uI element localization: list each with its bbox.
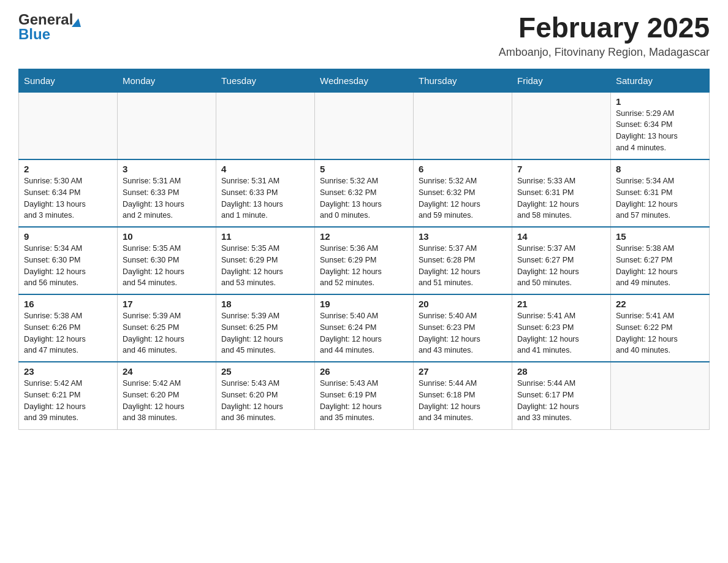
day-info: Sunrise: 5:35 AM Sunset: 6:29 PM Dayligh…: [221, 243, 309, 289]
calendar-cell: 24Sunrise: 5:42 AM Sunset: 6:20 PM Dayli…: [118, 362, 216, 429]
calendar-week-row: 1Sunrise: 5:29 AM Sunset: 6:34 PM Daylig…: [19, 92, 710, 159]
day-info: Sunrise: 5:39 AM Sunset: 6:25 PM Dayligh…: [123, 310, 211, 356]
day-info: Sunrise: 5:44 AM Sunset: 6:17 PM Dayligh…: [517, 378, 605, 424]
day-number: 14: [517, 231, 605, 242]
calendar-cell: 11Sunrise: 5:35 AM Sunset: 6:29 PM Dayli…: [216, 227, 315, 294]
calendar-cell: [216, 92, 315, 159]
day-number: 11: [221, 231, 309, 242]
day-info: Sunrise: 5:34 AM Sunset: 6:31 PM Dayligh…: [616, 175, 704, 221]
calendar-cell: 16Sunrise: 5:38 AM Sunset: 6:26 PM Dayli…: [19, 294, 118, 362]
calendar-cell: 13Sunrise: 5:37 AM Sunset: 6:28 PM Dayli…: [414, 227, 512, 294]
day-info: Sunrise: 5:39 AM Sunset: 6:25 PM Dayligh…: [221, 310, 309, 356]
day-number: 26: [320, 366, 408, 377]
day-info: Sunrise: 5:40 AM Sunset: 6:23 PM Dayligh…: [419, 310, 507, 356]
calendar-cell: 12Sunrise: 5:36 AM Sunset: 6:29 PM Dayli…: [315, 227, 414, 294]
calendar-cell: [315, 92, 414, 159]
logo-triangle-icon: [72, 18, 81, 27]
weekday-header-thursday: Thursday: [414, 69, 512, 92]
day-number: 21: [517, 299, 605, 309]
weekday-header-saturday: Saturday: [611, 69, 710, 92]
day-number: 10: [123, 231, 211, 242]
day-number: 12: [320, 231, 408, 242]
day-info: Sunrise: 5:42 AM Sunset: 6:21 PM Dayligh…: [24, 378, 112, 424]
day-number: 5: [320, 164, 408, 174]
day-info: Sunrise: 5:34 AM Sunset: 6:30 PM Dayligh…: [24, 243, 112, 289]
weekday-header-friday: Friday: [512, 69, 611, 92]
calendar-cell: 10Sunrise: 5:35 AM Sunset: 6:30 PM Dayli…: [118, 227, 216, 294]
calendar-cell: 27Sunrise: 5:44 AM Sunset: 6:18 PM Dayli…: [414, 362, 512, 429]
calendar-week-row: 9Sunrise: 5:34 AM Sunset: 6:30 PM Daylig…: [19, 227, 710, 294]
day-number: 6: [419, 164, 507, 174]
day-number: 15: [616, 231, 704, 242]
calendar-cell: 14Sunrise: 5:37 AM Sunset: 6:27 PM Dayli…: [512, 227, 611, 294]
day-info: Sunrise: 5:32 AM Sunset: 6:32 PM Dayligh…: [320, 175, 408, 221]
day-number: 19: [320, 299, 408, 309]
calendar-cell: 22Sunrise: 5:41 AM Sunset: 6:22 PM Dayli…: [611, 294, 710, 362]
page-header: General Blue February 2025 Amboanjo, Fit…: [18, 12, 710, 59]
day-info: Sunrise: 5:38 AM Sunset: 6:26 PM Dayligh…: [24, 310, 112, 356]
day-info: Sunrise: 5:38 AM Sunset: 6:27 PM Dayligh…: [616, 243, 704, 289]
calendar-cell: [414, 92, 512, 159]
calendar-cell: [19, 92, 118, 159]
weekday-header-monday: Monday: [118, 69, 216, 92]
day-number: 9: [24, 231, 112, 242]
calendar-cell: 17Sunrise: 5:39 AM Sunset: 6:25 PM Dayli…: [118, 294, 216, 362]
calendar-week-row: 23Sunrise: 5:42 AM Sunset: 6:21 PM Dayli…: [19, 362, 710, 429]
logo-blue-text: Blue: [18, 26, 50, 42]
day-number: 7: [517, 164, 605, 174]
day-info: Sunrise: 5:37 AM Sunset: 6:27 PM Dayligh…: [517, 243, 605, 289]
day-number: 16: [24, 299, 112, 309]
calendar-week-row: 16Sunrise: 5:38 AM Sunset: 6:26 PM Dayli…: [19, 294, 710, 362]
calendar-cell: [118, 92, 216, 159]
calendar-cell: 21Sunrise: 5:41 AM Sunset: 6:23 PM Dayli…: [512, 294, 611, 362]
day-info: Sunrise: 5:37 AM Sunset: 6:28 PM Dayligh…: [419, 243, 507, 289]
day-info: Sunrise: 5:40 AM Sunset: 6:24 PM Dayligh…: [320, 310, 408, 356]
day-info: Sunrise: 5:43 AM Sunset: 6:19 PM Dayligh…: [320, 378, 408, 424]
day-number: 20: [419, 299, 507, 309]
calendar-cell: 26Sunrise: 5:43 AM Sunset: 6:19 PM Dayli…: [315, 362, 414, 429]
day-number: 2: [24, 164, 112, 174]
calendar-cell: 6Sunrise: 5:32 AM Sunset: 6:32 PM Daylig…: [414, 159, 512, 227]
day-number: 18: [221, 299, 309, 309]
weekday-header-sunday: Sunday: [19, 69, 118, 92]
logo-general-text: General: [18, 12, 73, 27]
calendar-cell: [512, 92, 611, 159]
calendar-cell: 19Sunrise: 5:40 AM Sunset: 6:24 PM Dayli…: [315, 294, 414, 362]
day-number: 4: [221, 164, 309, 174]
calendar-header: SundayMondayTuesdayWednesdayThursdayFrid…: [19, 69, 710, 92]
day-info: Sunrise: 5:43 AM Sunset: 6:20 PM Dayligh…: [221, 378, 309, 424]
day-info: Sunrise: 5:42 AM Sunset: 6:20 PM Dayligh…: [123, 378, 211, 424]
day-number: 17: [123, 299, 211, 309]
day-info: Sunrise: 5:33 AM Sunset: 6:31 PM Dayligh…: [517, 175, 605, 221]
calendar-cell: 28Sunrise: 5:44 AM Sunset: 6:17 PM Dayli…: [512, 362, 611, 429]
calendar-cell: 7Sunrise: 5:33 AM Sunset: 6:31 PM Daylig…: [512, 159, 611, 227]
calendar-week-row: 2Sunrise: 5:30 AM Sunset: 6:34 PM Daylig…: [19, 159, 710, 227]
day-number: 1: [616, 96, 704, 107]
day-number: 22: [616, 299, 704, 309]
calendar-cell: 9Sunrise: 5:34 AM Sunset: 6:30 PM Daylig…: [19, 227, 118, 294]
day-number: 24: [123, 366, 211, 377]
day-info: Sunrise: 5:44 AM Sunset: 6:18 PM Dayligh…: [419, 378, 507, 424]
day-number: 27: [419, 366, 507, 377]
day-info: Sunrise: 5:30 AM Sunset: 6:34 PM Dayligh…: [24, 175, 112, 221]
calendar-cell: 15Sunrise: 5:38 AM Sunset: 6:27 PM Dayli…: [611, 227, 710, 294]
weekday-header-wednesday: Wednesday: [315, 69, 414, 92]
calendar-cell: 23Sunrise: 5:42 AM Sunset: 6:21 PM Dayli…: [19, 362, 118, 429]
day-number: 8: [616, 164, 704, 174]
weekday-header-row: SundayMondayTuesdayWednesdayThursdayFrid…: [19, 69, 710, 92]
day-info: Sunrise: 5:32 AM Sunset: 6:32 PM Dayligh…: [419, 175, 507, 221]
calendar-cell: 8Sunrise: 5:34 AM Sunset: 6:31 PM Daylig…: [611, 159, 710, 227]
calendar-cell: [611, 362, 710, 429]
day-info: Sunrise: 5:41 AM Sunset: 6:22 PM Dayligh…: [616, 310, 704, 356]
calendar-cell: 25Sunrise: 5:43 AM Sunset: 6:20 PM Dayli…: [216, 362, 315, 429]
day-info: Sunrise: 5:41 AM Sunset: 6:23 PM Dayligh…: [517, 310, 605, 356]
day-info: Sunrise: 5:29 AM Sunset: 6:34 PM Dayligh…: [616, 108, 704, 154]
day-info: Sunrise: 5:31 AM Sunset: 6:33 PM Dayligh…: [123, 175, 211, 221]
day-info: Sunrise: 5:36 AM Sunset: 6:29 PM Dayligh…: [320, 243, 408, 289]
day-number: 23: [24, 366, 112, 377]
day-info: Sunrise: 5:31 AM Sunset: 6:33 PM Dayligh…: [221, 175, 309, 221]
calendar-cell: 20Sunrise: 5:40 AM Sunset: 6:23 PM Dayli…: [414, 294, 512, 362]
calendar-cell: 18Sunrise: 5:39 AM Sunset: 6:25 PM Dayli…: [216, 294, 315, 362]
title-area: February 2025 Amboanjo, Fitovinany Regio…: [499, 12, 710, 59]
calendar-cell: 3Sunrise: 5:31 AM Sunset: 6:33 PM Daylig…: [118, 159, 216, 227]
